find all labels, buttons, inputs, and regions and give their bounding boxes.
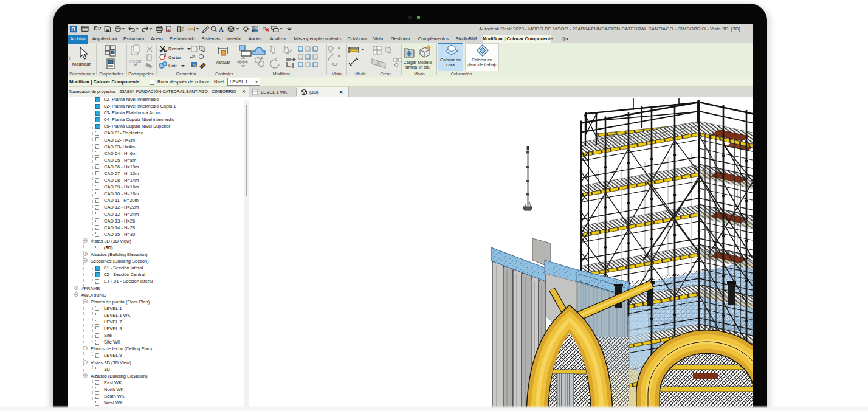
svg-text:Modificar: Modificar [72, 61, 91, 67]
svg-text:O: O [263, 26, 266, 32]
svg-text:Unir: Unir [168, 63, 177, 69]
svg-text:Activar: Activar [216, 60, 230, 65]
svg-text:R: R [71, 26, 75, 32]
svg-text:Recorte: Recorte [168, 46, 184, 52]
svg-text:Cortar: Cortar [168, 55, 181, 60]
svg-text:Pegar: Pegar [129, 58, 142, 64]
svg-text:A: A [219, 26, 224, 33]
